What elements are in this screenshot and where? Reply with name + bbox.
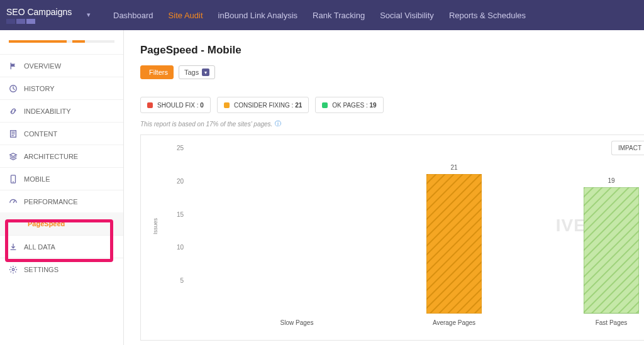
sidebar-label: PERFORMANCE bbox=[24, 198, 78, 205]
x-category: Slow Pages bbox=[247, 319, 347, 326]
sidebar-label: ALL DATA bbox=[24, 243, 55, 251]
legend-bar: SHOULD FIX : 0CONSIDER FIXING : 21OK PAG… bbox=[140, 97, 644, 113]
layers-icon bbox=[9, 152, 18, 161]
chart-plot: 510152025Slow Pages21Average Pages19Fast… bbox=[187, 148, 644, 314]
chevron-down-icon: ▾ bbox=[87, 11, 91, 19]
sidebar-item-indexability[interactable]: INDEXABILITY bbox=[0, 99, 123, 122]
sidebar-label: MOBILE bbox=[24, 175, 50, 183]
flag-icon bbox=[9, 62, 18, 70]
x-category: Average Pages bbox=[404, 319, 504, 326]
chevron-down-icon: ▾ bbox=[202, 68, 209, 76]
bar-fast-pages[interactable]: 19 bbox=[584, 187, 639, 314]
nav-tab-rank-tracking[interactable]: Rank Tracking bbox=[313, 11, 365, 20]
sidebar-label: SETTINGS bbox=[24, 266, 58, 273]
sidebar-item-settings[interactable]: SETTINGS bbox=[0, 258, 123, 280]
status-dot bbox=[322, 102, 328, 108]
status-dot bbox=[147, 102, 153, 108]
info-icon[interactable]: ⓘ bbox=[275, 119, 281, 128]
filters-label: Filters bbox=[149, 68, 168, 76]
bar-average-pages[interactable]: 21 bbox=[426, 174, 482, 314]
note-text: This report is based on 17% of the sites… bbox=[140, 121, 272, 128]
phone-icon bbox=[9, 175, 18, 183]
sidebar-item-architecture[interactable]: ARCHITECTURE bbox=[0, 145, 123, 167]
nav-tab-site-audit[interactable]: Site Audit bbox=[169, 11, 203, 20]
status-dot bbox=[224, 102, 230, 108]
legend-consider-fixing[interactable]: CONSIDER FIXING : 21 bbox=[217, 97, 309, 113]
svg-rect-13 bbox=[584, 187, 639, 314]
doc-icon bbox=[9, 129, 18, 138]
svg-point-8 bbox=[12, 268, 14, 271]
top-nav: SEO Campaigns ▾ DashboardSite AuditinBou… bbox=[0, 0, 644, 30]
sidebar-progress bbox=[9, 40, 114, 43]
clock-icon bbox=[9, 84, 18, 93]
sidebar-label: CONTENT bbox=[24, 130, 57, 138]
sidebar: OVERVIEWHISTORYINDEXABILITYCONTENTARCHIT… bbox=[0, 30, 124, 345]
y-tick: 25 bbox=[169, 145, 184, 151]
brand-selector[interactable]: SEO Campaigns ▾ bbox=[0, 7, 97, 24]
sidebar-item-performance[interactable]: PERFORMANCE bbox=[0, 190, 123, 212]
sidebar-label: INDEXABILITY bbox=[24, 107, 71, 115]
sidebar-label: ARCHITECTURE bbox=[24, 153, 78, 160]
legend-ok-pages[interactable]: OK PAGES : 19 bbox=[315, 97, 383, 113]
bar-value: 19 bbox=[584, 177, 639, 184]
sidebar-item-all-data[interactable]: ALL DATA bbox=[0, 235, 123, 258]
page-title: PageSpeed - Mobile bbox=[140, 44, 644, 57]
nav-tab-reports-schedules[interactable]: Reports & Schedules bbox=[449, 11, 526, 20]
bar-value: 21 bbox=[426, 164, 482, 171]
y-tick: 5 bbox=[169, 277, 184, 284]
sidebar-label: HISTORY bbox=[24, 85, 55, 92]
y-axis-label: Issues bbox=[152, 218, 158, 234]
main-panel: PageSpeed - Mobile Filters Tags ▾ SHOULD… bbox=[124, 30, 644, 345]
svg-rect-12 bbox=[426, 174, 482, 314]
sidebar-label: OVERVIEW bbox=[24, 62, 61, 70]
sidebar-item-history[interactable]: HISTORY bbox=[0, 77, 123, 99]
nav-tabs: DashboardSite AuditinBound Link Analysis… bbox=[97, 11, 526, 20]
brand-title: SEO Campaigns bbox=[6, 7, 72, 17]
download-icon bbox=[9, 243, 18, 251]
sidebar-item-overview[interactable]: OVERVIEW bbox=[0, 54, 123, 77]
tags-button[interactable]: Tags ▾ bbox=[179, 65, 215, 79]
chart-container: Issues IVESEO 510152025Slow Pages21Avera… bbox=[140, 134, 644, 341]
nav-tab-inbound-link-analysis[interactable]: inBound Link Analysis bbox=[218, 11, 297, 20]
filters-button[interactable]: Filters bbox=[140, 65, 174, 79]
brand-swatches bbox=[6, 19, 72, 24]
svg-line-7 bbox=[13, 200, 15, 203]
nav-tab-social-visibility[interactable]: Social Visibility bbox=[380, 11, 434, 20]
tags-label: Tags bbox=[184, 68, 199, 76]
sidebar-nav: OVERVIEWHISTORYINDEXABILITYCONTENTARCHIT… bbox=[0, 54, 123, 280]
sidebar-item-mobile[interactable]: MOBILE bbox=[0, 167, 123, 190]
x-category: Fast Pages bbox=[561, 319, 644, 326]
gauge-icon bbox=[9, 197, 18, 206]
legend-should-fix[interactable]: SHOULD FIX : 0 bbox=[140, 97, 211, 113]
toolbar: Filters Tags ▾ bbox=[140, 65, 644, 79]
sidebar-item-content[interactable]: CONTENT bbox=[0, 122, 123, 145]
report-note: This report is based on 17% of the sites… bbox=[140, 119, 644, 128]
y-tick: 10 bbox=[169, 244, 184, 251]
sidebar-subitem-pagespeed[interactable]: PageSpeed bbox=[0, 212, 123, 235]
y-tick: 15 bbox=[169, 211, 184, 217]
nav-tab-dashboard[interactable]: Dashboard bbox=[113, 11, 153, 20]
y-tick: 20 bbox=[169, 177, 184, 184]
link-icon bbox=[9, 107, 18, 116]
gear-icon bbox=[9, 265, 18, 274]
